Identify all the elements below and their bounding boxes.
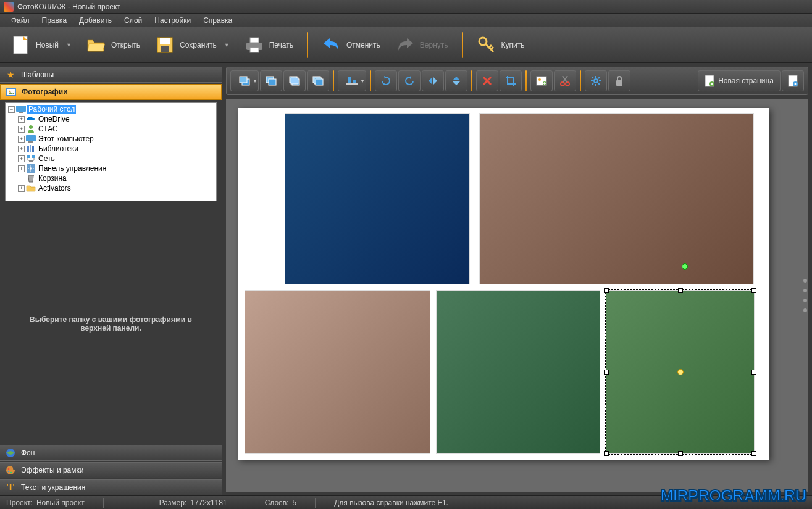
page-settings-button[interactable] xyxy=(782,70,804,91)
svg-point-28 xyxy=(10,472,12,474)
crop-button[interactable] xyxy=(500,70,522,91)
desktop-icon xyxy=(16,105,26,114)
menu-file[interactable]: Файл xyxy=(6,14,35,27)
canvas-toolbar: Новая страница xyxy=(226,67,808,95)
tree-item[interactable]: +Панель управления xyxy=(7,163,215,173)
layer-down-button[interactable] xyxy=(260,70,282,91)
align-button[interactable] xyxy=(338,70,366,91)
expand-icon[interactable]: + xyxy=(18,116,25,123)
templates-label: Шаблоны xyxy=(21,70,54,79)
open-label: Открыть xyxy=(111,41,140,49)
svg-rect-38 xyxy=(316,79,323,85)
photo-3[interactable] xyxy=(245,290,430,454)
open-button[interactable]: Открыть xyxy=(82,33,145,57)
svg-rect-40 xyxy=(348,77,351,83)
svg-rect-39 xyxy=(346,83,358,85)
tree-item[interactable]: Корзина xyxy=(7,173,215,183)
settings-button[interactable] xyxy=(585,70,607,91)
toolbar-separator xyxy=(370,70,371,91)
svg-point-26 xyxy=(8,468,10,470)
tree-item[interactable]: −Рабочий стол xyxy=(7,104,215,114)
svg-point-43 xyxy=(538,78,541,81)
menu-layer[interactable]: Слой xyxy=(119,14,147,27)
toolbar-separator xyxy=(307,32,308,58)
accordion-photos[interactable]: Фотографии xyxy=(0,84,222,100)
svg-rect-32 xyxy=(269,79,276,85)
expand-icon[interactable]: + xyxy=(18,155,25,162)
svg-point-47 xyxy=(594,79,598,83)
expand-icon[interactable]: + xyxy=(18,136,25,143)
svg-point-46 xyxy=(566,82,569,86)
save-button[interactable]: Сохранить ▼ xyxy=(150,33,235,57)
new-page-button[interactable]: Новая страница xyxy=(698,70,781,91)
photo-4[interactable] xyxy=(436,290,600,454)
svg-rect-41 xyxy=(353,80,356,83)
accordion-effects[interactable]: Эффекты и рамки xyxy=(0,462,222,478)
accordion-text[interactable]: T Текст и украшения xyxy=(0,479,222,495)
photo-2[interactable] xyxy=(479,113,754,284)
send-back-button[interactable] xyxy=(307,70,329,91)
main-toolbar: Новый ▼ Открыть Сохранить ▼ Печать Отмен… xyxy=(0,27,812,63)
bring-front-button[interactable] xyxy=(283,70,306,91)
cp-icon xyxy=(26,164,36,173)
menu-edit[interactable]: Правка xyxy=(37,14,72,27)
collage-page[interactable] xyxy=(238,108,769,460)
tree-item-label: Этот компьютер xyxy=(37,134,95,143)
canvas-viewport[interactable] xyxy=(226,99,808,492)
key-icon xyxy=(477,35,496,55)
undo-label: Отменить xyxy=(346,41,380,49)
svg-rect-30 xyxy=(240,77,247,83)
menu-help[interactable]: Справка xyxy=(198,14,237,27)
tree-item[interactable]: +Activators xyxy=(7,183,215,193)
expand-icon[interactable]: + xyxy=(18,185,25,192)
menu-add[interactable]: Добавить xyxy=(74,14,117,27)
undo-arrow-icon xyxy=(322,35,341,55)
rotate-left-button[interactable] xyxy=(375,70,397,91)
layer-up-button[interactable] xyxy=(230,70,259,91)
tree-item[interactable]: +OneDrive xyxy=(7,114,215,124)
rotate-right-button[interactable] xyxy=(398,70,421,91)
rotate-handle-2[interactable] xyxy=(682,263,688,270)
photo-1[interactable] xyxy=(285,113,470,284)
undo-button[interactable]: Отменить xyxy=(317,33,385,57)
status-project-value: Новый проект xyxy=(36,499,85,507)
cut-button[interactable] xyxy=(554,70,576,91)
onedrive-icon xyxy=(26,115,36,123)
svg-point-27 xyxy=(8,471,10,473)
expand-icon[interactable]: + xyxy=(18,146,25,152)
buy-button[interactable]: Купить xyxy=(472,33,530,57)
svg-rect-24 xyxy=(28,175,34,176)
toolbar-separator xyxy=(580,70,581,91)
flip-vertical-button[interactable] xyxy=(445,70,467,91)
tree-item[interactable]: +Этот компьютер xyxy=(7,134,215,144)
accordion-templates[interactable]: ★ Шаблоны xyxy=(0,67,222,83)
photo-5-selected[interactable] xyxy=(606,290,755,454)
lock-button[interactable] xyxy=(608,70,630,91)
new-button[interactable]: Новый ▼ xyxy=(6,33,77,57)
tree-item[interactable]: +Библиотеки xyxy=(7,144,215,154)
svg-rect-2 xyxy=(160,38,170,44)
add-image-button[interactable] xyxy=(530,70,553,91)
delete-button[interactable] xyxy=(476,70,498,91)
expand-icon[interactable]: + xyxy=(18,126,25,133)
user-icon xyxy=(26,125,36,133)
folder-tree[interactable]: −Рабочий стол+OneDrive+СТАС+Этот компьют… xyxy=(5,102,217,201)
save-floppy-icon xyxy=(155,35,175,55)
toolbar-separator xyxy=(525,70,527,91)
print-button[interactable]: Печать xyxy=(240,33,298,57)
svg-point-23 xyxy=(30,167,32,170)
tree-item[interactable]: +СТАС xyxy=(7,124,215,134)
status-size-value: 1772x1181 xyxy=(190,499,227,507)
redo-button[interactable]: Вернуть xyxy=(390,33,453,57)
expand-icon[interactable]: + xyxy=(18,165,25,172)
menu-settings[interactable]: Настройки xyxy=(149,14,196,27)
flip-horizontal-button[interactable] xyxy=(422,70,444,91)
accordion-background[interactable]: Фон xyxy=(0,445,222,461)
expand-icon[interactable]: − xyxy=(8,106,15,113)
tree-item[interactable]: +Сеть xyxy=(7,154,215,163)
rotate-handle[interactable] xyxy=(677,369,684,375)
svg-rect-12 xyxy=(19,112,23,113)
toolbar-separator xyxy=(333,70,334,91)
svg-rect-15 xyxy=(28,141,33,143)
text-icon: T xyxy=(5,482,16,493)
